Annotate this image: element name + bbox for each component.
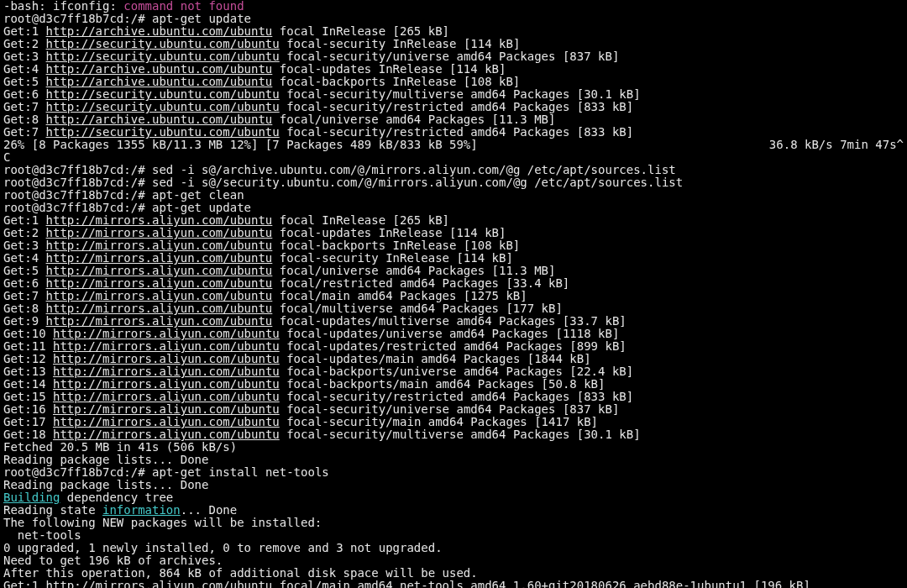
line-get: Get:1 http://archive.ubuntu.com/ubuntu f… bbox=[3, 25, 904, 38]
information-word: information bbox=[102, 503, 181, 517]
repo-link[interactable]: http://mirrors.aliyun.com/ubuntu bbox=[53, 365, 280, 378]
cmd-apt-clean[interactable]: apt-get clean bbox=[152, 188, 244, 202]
repo-link[interactable]: http://security.ubuntu.com/ubuntu bbox=[46, 37, 280, 50]
repo-link[interactable]: http://mirrors.aliyun.com/ubuntu bbox=[46, 213, 273, 227]
repo-link[interactable]: http://mirrors.aliyun.com/ubuntu bbox=[46, 314, 273, 328]
repo-link[interactable]: http://mirrors.aliyun.com/ubuntu bbox=[53, 377, 280, 391]
get-label: Get:7 bbox=[3, 125, 46, 139]
line-get: Get:3 http://mirrors.aliyun.com/ubuntu f… bbox=[3, 239, 904, 252]
repo-link[interactable]: http://mirrors.aliyun.com/ubuntu bbox=[53, 390, 280, 403]
get-suffix: focal-security/restricted amd64 Packages… bbox=[280, 390, 633, 403]
get-label: Get:1 bbox=[3, 213, 46, 227]
get-label: Get:15 bbox=[3, 390, 53, 403]
get-suffix: focal-security InRelease [114 kB] bbox=[280, 37, 521, 50]
get-suffix: focal-backports InRelease [108 kB] bbox=[272, 75, 520, 88]
repo-link[interactable]: http://security.ubuntu.com/ubuntu bbox=[46, 50, 280, 63]
repo-link[interactable]: http://mirrors.aliyun.com/ubuntu bbox=[53, 339, 280, 353]
get-label: Get:18 bbox=[3, 428, 53, 441]
line-get: Get:18 http://mirrors.aliyun.com/ubuntu … bbox=[3, 428, 904, 441]
get-label: Get:3 bbox=[3, 239, 46, 252]
repo-link[interactable]: http://mirrors.aliyun.com/ubuntu bbox=[53, 415, 280, 428]
get-label: Get:10 bbox=[3, 327, 53, 340]
repo-link[interactable]: http://mirrors.aliyun.com/ubuntu bbox=[46, 264, 273, 277]
repo-link[interactable]: http://archive.ubuntu.com/ubuntu bbox=[46, 62, 273, 76]
get-suffix: focal-security/universe amd64 Packages [… bbox=[280, 50, 620, 63]
line-get: Get:5 http://archive.ubuntu.com/ubuntu f… bbox=[3, 76, 904, 88]
line-get: Get:7 http://security.ubuntu.com/ubuntu … bbox=[3, 126, 904, 139]
get-suffix: focal-updates/main amd64 Packages [1844 … bbox=[280, 352, 591, 365]
get-label: Get:5 bbox=[3, 264, 46, 277]
get-label: Get:3 bbox=[3, 50, 46, 63]
upgrade-summary: 0 upgraded, 1 newly installed, 0 to remo… bbox=[3, 541, 443, 554]
repo-link[interactable]: http://mirrors.aliyun.com/ubuntu bbox=[46, 276, 273, 290]
line-get: Get:8 http://mirrors.aliyun.com/ubuntu f… bbox=[3, 302, 904, 315]
get-label: Get:13 bbox=[3, 365, 53, 378]
get-label: Get:6 bbox=[3, 87, 46, 101]
reading-state-pre: Reading state bbox=[3, 503, 102, 517]
line-get: Get:10 http://mirrors.aliyun.com/ubuntu … bbox=[3, 328, 904, 340]
repo-link[interactable]: http://mirrors.aliyun.com/ubuntu bbox=[53, 428, 280, 441]
get-suffix: focal/universe amd64 Packages [11.3 MB] bbox=[272, 264, 555, 277]
repo-link[interactable]: http://mirrors.aliyun.com/ubuntu bbox=[53, 402, 280, 416]
line-reading: Reading package lists... Done bbox=[3, 454, 904, 466]
shell-prompt: root@d3c7ff18b7cd:/# bbox=[3, 163, 152, 176]
get-suffix: focal-backports/universe amd64 Packages … bbox=[280, 365, 633, 378]
cmd-apt-update-2[interactable]: apt-get update bbox=[152, 201, 251, 214]
line-get: Get:4 http://mirrors.aliyun.com/ubuntu f… bbox=[3, 252, 904, 265]
cmd-apt-get-update[interactable]: apt-get update bbox=[152, 12, 251, 25]
new-pkg-header: The following NEW packages will be insta… bbox=[3, 516, 322, 529]
get-suffix: focal-backports/main amd64 Packages [50.… bbox=[280, 377, 606, 391]
get-label: Get:4 bbox=[3, 251, 46, 265]
cmd-apt-install[interactable]: apt-get install net-tools bbox=[152, 465, 329, 479]
get-suffix: focal/restricted amd64 Packages [33.4 kB… bbox=[272, 276, 569, 290]
cmd-sed-2[interactable]: sed -i s@/security.ubuntu.com/@/mirrors.… bbox=[152, 176, 683, 189]
repo-link[interactable]: http://mirrors.aliyun.com/ubuntu bbox=[46, 289, 273, 302]
repo-link[interactable]: http://security.ubuntu.com/ubuntu bbox=[46, 125, 280, 139]
line-get: Get:2 http://mirrors.aliyun.com/ubuntu f… bbox=[3, 227, 904, 239]
get-suffix: focal/multiverse amd64 Packages [177 kB] bbox=[272, 302, 563, 315]
get-label: Get:1 bbox=[3, 24, 46, 38]
line-get: Get:1 http://mirrors.aliyun.com/ubuntu f… bbox=[3, 214, 904, 227]
get-suffix: focal-updates InRelease [114 kB] bbox=[272, 226, 506, 239]
line-new-pkg: net-tools bbox=[3, 529, 904, 542]
line-get: Get:7 http://security.ubuntu.com/ubuntu … bbox=[3, 101, 904, 113]
bash-error-msg: command not found bbox=[123, 0, 244, 13]
line-get: Get:9 http://mirrors.aliyun.com/ubuntu f… bbox=[3, 315, 904, 328]
repo-link[interactable]: http://mirrors.aliyun.com/ubuntu bbox=[46, 302, 273, 315]
building-rest: dependency tree bbox=[60, 491, 173, 504]
repo-link[interactable]: http://mirrors.aliyun.com/ubuntu bbox=[46, 239, 273, 252]
repo-link[interactable]: http://mirrors.aliyun.com/ubuntu bbox=[46, 579, 273, 588]
line-summary: 0 upgraded, 1 newly installed, 0 to remo… bbox=[3, 542, 904, 554]
terminal-output[interactable]: -bash: ifconfig: command not foundroot@d… bbox=[0, 0, 907, 588]
get-label: Get:5 bbox=[3, 75, 46, 88]
line-need: Need to get 196 kB of archives. bbox=[3, 554, 904, 567]
building-word: Building bbox=[3, 491, 60, 504]
repo-link[interactable]: http://archive.ubuntu.com/ubuntu bbox=[46, 75, 273, 88]
shell-prompt: root@d3c7ff18b7cd:/# bbox=[3, 12, 152, 25]
line-cmd: root@d3c7ff18b7cd:/# sed -i s@/archive.u… bbox=[3, 164, 904, 176]
get-label: Get:7 bbox=[3, 289, 46, 302]
line-new-pkg-header: The following NEW packages will be insta… bbox=[3, 517, 904, 529]
repo-link[interactable]: http://mirrors.aliyun.com/ubuntu bbox=[46, 226, 273, 239]
need-archives: Need to get 196 kB of archives. bbox=[3, 554, 223, 567]
new-pkg-name: net-tools bbox=[3, 528, 81, 542]
get-label: Get:1 bbox=[3, 579, 46, 588]
repo-link[interactable]: http://mirrors.aliyun.com/ubuntu bbox=[53, 352, 280, 365]
get-suffix: focal-security/restricted amd64 Packages… bbox=[280, 125, 633, 139]
repo-link[interactable]: http://mirrors.aliyun.com/ubuntu bbox=[46, 251, 273, 265]
line-get: Get:2 http://security.ubuntu.com/ubuntu … bbox=[3, 38, 904, 50]
line-get: Get:12 http://mirrors.aliyun.com/ubuntu … bbox=[3, 353, 904, 365]
get-label: Get:2 bbox=[3, 37, 46, 50]
repo-link[interactable]: http://archive.ubuntu.com/ubuntu bbox=[46, 113, 273, 126]
line-cmd: root@d3c7ff18b7cd:/# apt-get update bbox=[3, 202, 904, 214]
repo-link[interactable]: http://security.ubuntu.com/ubuntu bbox=[46, 100, 280, 113]
get-suffix: focal/main amd64 Packages [1275 kB] bbox=[272, 289, 527, 302]
get-suffix: focal/universe amd64 Packages [11.3 MB] bbox=[272, 113, 555, 126]
get-suffix: focal/main amd64 net-tools amd64 1.60+gi… bbox=[272, 579, 810, 588]
line-get: Get:1 http://mirrors.aliyun.com/ubuntu f… bbox=[3, 580, 904, 588]
cmd-sed-1[interactable]: sed -i s@/archive.ubuntu.com/@/mirrors.a… bbox=[152, 163, 676, 176]
repo-link[interactable]: http://security.ubuntu.com/ubuntu bbox=[46, 87, 280, 101]
repo-link[interactable]: http://archive.ubuntu.com/ubuntu bbox=[46, 24, 273, 38]
repo-link[interactable]: http://mirrors.aliyun.com/ubuntu bbox=[53, 327, 280, 340]
line-cmd: root@d3c7ff18b7cd:/# sed -i s@/security.… bbox=[3, 176, 904, 189]
